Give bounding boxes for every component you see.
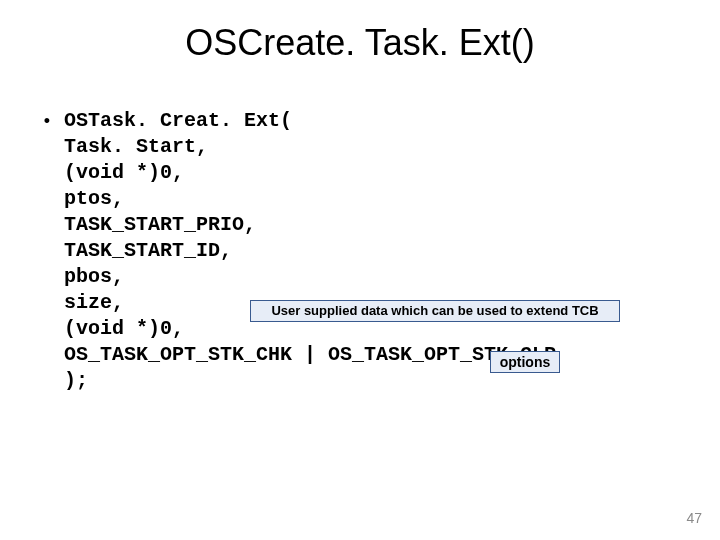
bullet-marker: • bbox=[30, 108, 64, 134]
code-line: ptos, bbox=[64, 187, 124, 210]
code-block: OSTask. Creat. Ext( Task. Start, (void *… bbox=[64, 108, 556, 394]
slide-body: • OSTask. Creat. Ext( Task. Start, (void… bbox=[30, 108, 690, 394]
code-line: pbos, bbox=[64, 265, 124, 288]
code-line: TASK_START_ID, bbox=[64, 239, 232, 262]
bullet-row: • OSTask. Creat. Ext( Task. Start, (void… bbox=[30, 108, 690, 394]
code-line: size, bbox=[64, 291, 124, 314]
code-line: Task. Start, bbox=[64, 135, 208, 158]
page-number: 47 bbox=[686, 510, 702, 526]
callout-tcb: User supplied data which can be used to … bbox=[250, 300, 620, 322]
code-line: (void *)0, bbox=[64, 161, 184, 184]
code-line: OS_TASK_OPT_STK_CHK | OS_TASK_OPT_STK_CL… bbox=[64, 343, 556, 366]
code-line: (void *)0, bbox=[64, 317, 184, 340]
code-line: OSTask. Creat. Ext( bbox=[64, 109, 292, 132]
callout-options: options bbox=[490, 351, 560, 373]
slide-title: OSCreate. Task. Ext() bbox=[0, 22, 720, 64]
code-line: ); bbox=[64, 369, 88, 392]
code-line: TASK_START_PRIO, bbox=[64, 213, 256, 236]
